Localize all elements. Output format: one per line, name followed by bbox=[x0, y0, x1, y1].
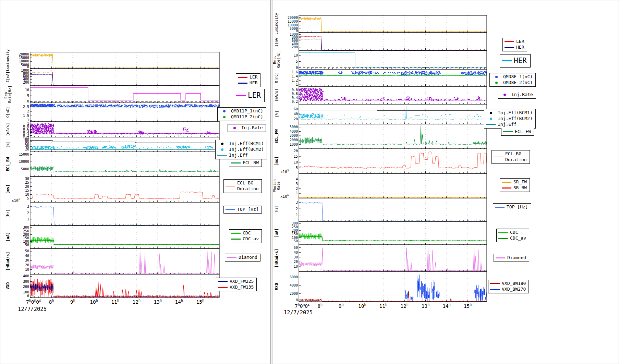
legend-right-diamond: Diamond bbox=[494, 254, 529, 262]
series-luminosity-line bbox=[321, 19, 487, 32]
frame bbox=[30, 248, 219, 274]
scale-note-left-top: x106 bbox=[12, 198, 20, 203]
legend-right-rep-rate: HER bbox=[500, 54, 531, 68]
axis-ticks bbox=[299, 109, 485, 124]
legend-item: VXD_BW180 bbox=[490, 281, 526, 287]
series-LER bbox=[299, 36, 487, 51]
axis-ticks bbox=[299, 151, 485, 174]
ytick-label: 50 bbox=[25, 249, 29, 253]
ylabel-right-vxd: VXD bbox=[273, 271, 280, 302]
series-inj-rate-line bbox=[53, 134, 219, 134]
ytick-label: 300 bbox=[292, 221, 298, 225]
legend-left-top: TOP [Hz] bbox=[223, 206, 262, 214]
gridlines bbox=[320, 149, 468, 173]
frame bbox=[299, 69, 487, 86]
legend-item: Inj.Eff bbox=[486, 122, 533, 128]
series-cdc-av bbox=[299, 236, 487, 241]
dot-marker bbox=[217, 148, 227, 151]
axis-ticks bbox=[299, 18, 485, 33]
series-diamond-band bbox=[299, 262, 322, 266]
line-marker bbox=[231, 162, 241, 163]
legend-label: LER bbox=[250, 74, 257, 80]
strip-left-ecl-bw: 50001000015000 bbox=[11, 152, 221, 177]
series-top-line bbox=[299, 203, 487, 222]
gridlines bbox=[320, 124, 468, 149]
frame bbox=[299, 271, 487, 302]
legend-label: Inj.Eff bbox=[229, 153, 248, 158]
strip-left-inj-rate: 0.20.40.60.81 bbox=[11, 122, 221, 137]
series-ecl-bg-line bbox=[299, 152, 487, 169]
ytick-label: 5 bbox=[27, 94, 29, 98]
legend-left-diamond: Diamond bbox=[225, 254, 260, 262]
legend-item: LER bbox=[236, 91, 261, 100]
series-inj-eff-bcm1 bbox=[30, 141, 219, 143]
legend-item: TOP [Hz] bbox=[225, 207, 259, 213]
ytick-label: 10 bbox=[25, 193, 29, 196]
series-inj-eff-line bbox=[299, 119, 487, 119]
ytick-label: 2 bbox=[27, 211, 29, 215]
axis-ticks bbox=[299, 179, 485, 198]
series-rep-HER bbox=[299, 52, 487, 67]
x-tick-label: 11h bbox=[111, 299, 119, 305]
series-luminosity-band bbox=[30, 53, 52, 57]
ylabel-left-ecl-bw: ECL_BW bbox=[4, 152, 12, 177]
date-label-left: 12/7/2025 bbox=[18, 306, 47, 312]
ytick-label: 15 bbox=[25, 189, 29, 192]
strip-right-inj-rate: 0.20.40.60.8 bbox=[280, 86, 488, 104]
line-marker bbox=[238, 83, 248, 84]
legend-left-ecl-bw: ECL_BW bbox=[229, 159, 262, 167]
series-QMD8E_2 bbox=[299, 75, 487, 76]
series-ecl-bg-line bbox=[30, 192, 219, 198]
legend-item: SR_BW bbox=[501, 185, 527, 191]
axis-ticks bbox=[299, 223, 485, 245]
x-tick-label: 13h bbox=[422, 303, 429, 309]
axis-ticks bbox=[30, 107, 217, 122]
legend-label: CDC bbox=[243, 230, 251, 236]
legend-item: HER bbox=[502, 56, 527, 65]
plot-top: 123 bbox=[280, 198, 488, 221]
plot-diamond: 1020304050 bbox=[280, 245, 488, 271]
dot-marker bbox=[491, 76, 501, 78]
legend-label: HER bbox=[516, 45, 524, 50]
legend-item: CDC_av bbox=[231, 236, 259, 242]
dot-marker bbox=[486, 118, 496, 120]
legend-item: Inj.Rate bbox=[499, 92, 533, 98]
ytick-label: 40 bbox=[25, 254, 29, 258]
ytick-label: 5 bbox=[27, 196, 29, 200]
ytick-label: 0 bbox=[27, 294, 29, 298]
series-HER bbox=[30, 75, 219, 86]
series-diamond-spikes bbox=[322, 247, 482, 270]
ylabel-left-current: I[mA] bbox=[4, 69, 12, 86]
strip-right-diamond: 1020304050 bbox=[280, 245, 488, 271]
ylabel-right-current: I[mA] bbox=[273, 33, 280, 50]
axis-ticks bbox=[299, 90, 485, 104]
ytick-label: 15000 bbox=[19, 153, 29, 156]
legend-label: ECL BG Duration bbox=[237, 180, 259, 192]
frame bbox=[299, 86, 487, 104]
gridlines bbox=[320, 245, 468, 271]
ytick-label: 1.4 bbox=[292, 74, 298, 78]
ytick-label: 5 bbox=[296, 166, 298, 170]
ytick-label: 2 bbox=[296, 207, 298, 211]
series-luminosity-band bbox=[299, 17, 321, 20]
legend-label: HER bbox=[250, 80, 257, 86]
legend-label: TOP [Hz] bbox=[507, 204, 528, 210]
gridlines bbox=[320, 50, 468, 69]
legend-label: ECL_FW bbox=[515, 129, 531, 135]
series-cdc-band bbox=[299, 233, 322, 240]
gridlines bbox=[51, 122, 200, 137]
ytick-label: 5000 bbox=[21, 167, 29, 171]
x-tick-label: 14h bbox=[442, 303, 450, 309]
axis-ticks bbox=[299, 277, 485, 302]
strip-left-charge: 11.522.5 bbox=[11, 103, 221, 122]
axis-ticks bbox=[30, 54, 217, 69]
ytick-label: 3 bbox=[27, 205, 29, 208]
strip-left-inj-eff: 20406080100 bbox=[11, 137, 221, 152]
scale-note-right-top: x106 bbox=[280, 194, 289, 199]
line-marker bbox=[490, 289, 500, 290]
line-marker bbox=[498, 232, 508, 233]
series-vxd-bw270-bands bbox=[405, 275, 487, 302]
ylabel-left-inj-eff: [%] bbox=[4, 137, 12, 152]
ylabel-left-cdc: [uA] bbox=[4, 226, 12, 248]
ytick-label: 150 bbox=[292, 232, 298, 236]
